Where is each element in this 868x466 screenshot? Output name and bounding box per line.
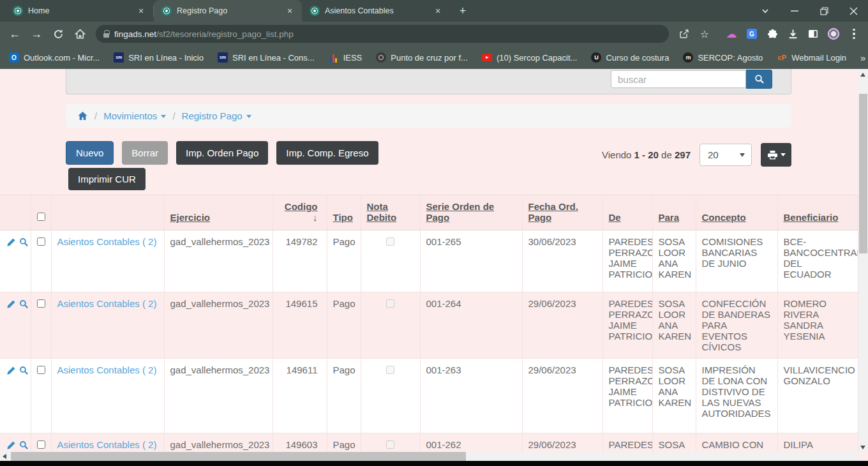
bookmark-outlook[interactable]: O Outlook.com - Micr... bbox=[9, 52, 100, 63]
restore-button[interactable] bbox=[809, 0, 839, 22]
asientos-contables-link[interactable]: Asientos Contables ( 2) bbox=[57, 365, 157, 375]
header-serie[interactable]: Serie Orden de Pago bbox=[420, 195, 522, 230]
header-para[interactable]: Para bbox=[652, 195, 696, 230]
header-fecha[interactable]: Fecha Ord. Pago bbox=[522, 195, 602, 230]
header-ejercicio[interactable]: Ejercicio bbox=[164, 195, 273, 230]
breadcrumb-home-icon[interactable] bbox=[77, 111, 88, 121]
print-menu-button[interactable] bbox=[761, 143, 791, 167]
header-beneficiario[interactable]: Beneficiario bbox=[777, 195, 858, 230]
caret-down-icon bbox=[781, 153, 786, 156]
header-tipo[interactable]: Tipo bbox=[327, 195, 361, 230]
search-input[interactable] bbox=[611, 70, 746, 88]
cell-serie: 001-265 bbox=[420, 230, 522, 292]
view-magnifier-icon[interactable] bbox=[19, 237, 29, 247]
site-favicon bbox=[310, 6, 320, 16]
header-codigo[interactable]: Codigo ↓ bbox=[273, 195, 327, 230]
browser-menu-icon[interactable] bbox=[845, 25, 863, 43]
iess-icon bbox=[329, 52, 339, 63]
view-magnifier-icon[interactable] bbox=[19, 440, 29, 450]
header-de[interactable]: De bbox=[602, 195, 652, 230]
page-size-select[interactable]: 20 bbox=[700, 144, 752, 166]
imp-orden-pago-button[interactable]: Imp. Orden Pago bbox=[176, 141, 268, 165]
reload-icon[interactable] bbox=[49, 24, 68, 43]
breadcrumb-movimientos[interactable]: Movimientos bbox=[103, 110, 166, 121]
back-icon[interactable]: ← bbox=[5, 24, 24, 43]
search-button[interactable] bbox=[746, 70, 772, 89]
nuevo-button[interactable]: Nuevo bbox=[66, 141, 114, 165]
edit-pencil-icon[interactable] bbox=[6, 299, 16, 309]
bookmark-curso-costura[interactable]: U Curso de costura bbox=[591, 52, 669, 63]
asientos-contables-link[interactable]: Asientos Contables ( 2) bbox=[57, 298, 157, 309]
view-magnifier-icon[interactable] bbox=[19, 366, 29, 375]
cell-fecha: 29/06/2023 bbox=[522, 292, 602, 359]
new-tab-button[interactable]: + bbox=[454, 2, 472, 20]
row-checkbox[interactable] bbox=[37, 440, 45, 449]
weather-extension-icon[interactable]: ☁ bbox=[722, 25, 740, 43]
scroll-down-icon[interactable] bbox=[860, 446, 865, 449]
bookmark-iess[interactable]: IESS bbox=[329, 52, 363, 63]
header-nota-debito[interactable]: Nota Debito bbox=[361, 195, 420, 230]
imp-comp-egreso-button[interactable]: Imp. Comp. Egreso bbox=[276, 141, 378, 165]
borrar-button[interactable]: Borrar bbox=[122, 141, 168, 165]
scroll-left-icon[interactable] bbox=[3, 454, 6, 459]
row-checkbox[interactable] bbox=[37, 237, 45, 246]
close-tab-icon[interactable]: × bbox=[284, 5, 296, 17]
table-row: Asientos Contables ( 2) gad_vallehermos_… bbox=[0, 433, 858, 453]
forward-icon[interactable]: → bbox=[27, 24, 46, 43]
imprimir-cur-button[interactable]: Imprimir CUR bbox=[68, 168, 146, 190]
translate-extension-icon[interactable]: G bbox=[743, 25, 761, 43]
edit-pencil-icon[interactable] bbox=[6, 237, 16, 247]
home-icon[interactable] bbox=[70, 24, 89, 43]
vertical-scroll-thumb[interactable] bbox=[859, 94, 867, 253]
close-window-button[interactable] bbox=[839, 0, 868, 22]
asientos-contables-link[interactable]: Asientos Contables ( 2) bbox=[57, 439, 157, 450]
profile-avatar[interactable] bbox=[825, 25, 842, 43]
address-bar[interactable]: fingads.net/sf2/tesoreria/registro_pago_… bbox=[96, 25, 669, 43]
bookmark-sercop-agosto[interactable]: m SERCOP: Agosto bbox=[683, 52, 763, 63]
breadcrumb-separator: / bbox=[94, 110, 97, 121]
side-panel-icon[interactable] bbox=[804, 25, 822, 43]
asientos-contables-link[interactable]: Asientos Contables ( 2) bbox=[57, 236, 157, 247]
bookmark-sri-consultas[interactable]: SRI SRI en Línea - Cons... bbox=[218, 52, 315, 63]
action-buttons: Nuevo Borrar Imp. Orden Pago Imp. Comp. … bbox=[66, 141, 378, 190]
header-icons bbox=[0, 195, 31, 230]
close-tab-icon[interactable]: × bbox=[432, 5, 444, 17]
scroll-up-icon[interactable] bbox=[860, 73, 865, 77]
header-concepto[interactable]: Concepto bbox=[696, 195, 777, 230]
horizontal-scroll-thumb[interactable] bbox=[11, 452, 466, 461]
vertical-scrollbar[interactable] bbox=[858, 69, 868, 452]
bookmark-star-icon[interactable]: ☆ bbox=[696, 25, 714, 43]
browser-toolbar: ← → fingads.net/sf2/tesoreria/registro_p… bbox=[0, 22, 868, 46]
bookmarks-overflow-chevron[interactable]: » bbox=[860, 52, 865, 63]
download-icon[interactable] bbox=[784, 25, 802, 43]
bookmark-sri-inicio[interactable]: SRI SRI en Línea - Inicio bbox=[114, 52, 204, 63]
minimize-button[interactable] bbox=[780, 0, 809, 22]
cell-de: PAREDES PERRAZO JAIME PATRICIO bbox=[602, 230, 652, 292]
extensions-puzzle-icon[interactable] bbox=[763, 25, 781, 43]
edit-pencil-icon[interactable] bbox=[6, 440, 16, 450]
view-magnifier-icon[interactable] bbox=[19, 299, 29, 309]
horizontal-scrollbar[interactable] bbox=[0, 452, 858, 461]
tab-asientos-contables[interactable]: Asientos Contables × bbox=[302, 0, 450, 22]
bookmark-sercop-video[interactable]: (10) Sercop Capacit... bbox=[482, 53, 577, 63]
close-tab-icon[interactable]: × bbox=[135, 5, 147, 17]
cell-de: PAREDES PERRAZO JAIME PATRICIO bbox=[602, 292, 652, 359]
cell-serie: 001-263 bbox=[420, 359, 522, 433]
row-checkbox[interactable] bbox=[37, 366, 45, 374]
row-checkbox[interactable] bbox=[37, 299, 45, 308]
tab-search-chevron-icon[interactable] bbox=[751, 0, 780, 22]
caret-down-icon bbox=[161, 115, 166, 118]
cell-codigo: 149611 bbox=[273, 359, 327, 433]
select-all-checkbox[interactable] bbox=[37, 213, 45, 221]
tab-home[interactable]: Home × bbox=[5, 0, 153, 22]
share-icon[interactable] bbox=[675, 25, 693, 43]
breadcrumb-registro-pago[interactable]: Registro Pago bbox=[182, 110, 251, 121]
bookmark-punto-de-cruz[interactable]: Punto de cruz por f... bbox=[376, 52, 468, 63]
bookmark-webmail[interactable]: cP Webmail Login bbox=[777, 52, 846, 63]
tab-bar: Home × Registro Pago × Asientos Contable… bbox=[0, 0, 868, 22]
edit-pencil-icon[interactable] bbox=[6, 366, 16, 375]
cell-concepto: COMISIONES BANCARIAS DE JUNIO bbox=[696, 230, 777, 292]
nota-debito-checkbox bbox=[386, 299, 394, 308]
tab-registro-pago[interactable]: Registro Pago × bbox=[154, 0, 302, 22]
table-row: Asientos Contables ( 2) gad_vallehermos_… bbox=[0, 230, 858, 292]
